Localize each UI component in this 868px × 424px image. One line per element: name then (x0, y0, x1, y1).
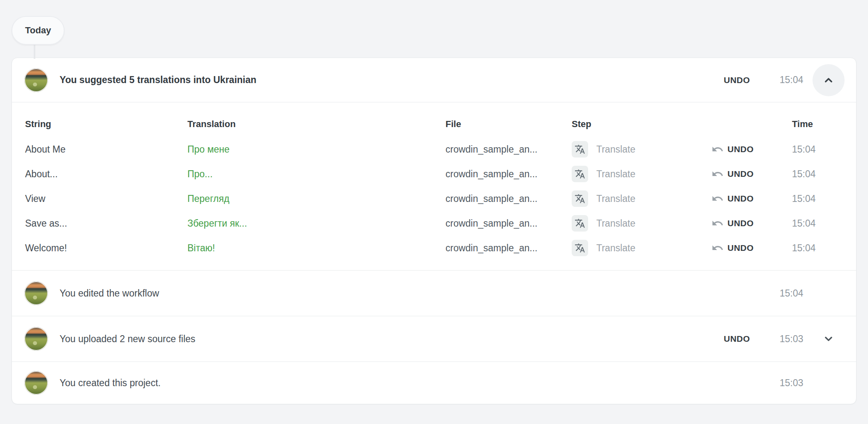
undo-icon (711, 242, 724, 254)
chevron-down-icon[interactable] (822, 332, 836, 346)
activity-row-created-project: You created this project. 15:03 (12, 362, 856, 404)
row-undo-button[interactable]: UNDO (711, 168, 780, 180)
undo-icon (711, 168, 724, 180)
undo-icon (711, 217, 724, 229)
undo-label: UNDO (727, 194, 754, 204)
undo-label: UNDO (727, 218, 754, 228)
column-header-string: String (25, 119, 187, 130)
step-label: Translate (596, 243, 635, 254)
column-header-step: Step (572, 119, 711, 130)
timeline-connector (34, 44, 35, 59)
translate-icon (575, 169, 585, 179)
translation-details-table: String Translation File Step Time About … (12, 102, 856, 270)
file-cell: crowdin_sample_an... (446, 218, 572, 229)
translate-step-icon-box (572, 166, 588, 182)
step-cell: Translate (572, 240, 711, 256)
translate-step-icon-box (572, 215, 588, 232)
translate-icon (575, 193, 585, 204)
chevron-up-icon (822, 73, 836, 87)
string-cell: Save as... (25, 218, 187, 229)
undo-button[interactable]: UNDO (724, 75, 768, 85)
activity-time: 15:04 (768, 74, 813, 86)
undo-label: UNDO (727, 243, 754, 253)
step-cell: Translate (572, 166, 711, 182)
activity-row-suggested-translations[interactable]: You suggested 5 translations into Ukrain… (12, 58, 856, 102)
table-row: Save as... Зберегти як... crowdin_sample… (12, 211, 856, 236)
translate-icon (575, 243, 585, 253)
translate-step-icon-box (572, 190, 588, 207)
time-cell: 15:04 (780, 218, 844, 229)
time-cell: 15:04 (780, 169, 844, 180)
undo-icon (711, 143, 724, 155)
row-actions: 15:03 (724, 378, 845, 389)
row-undo-button[interactable]: UNDO (711, 143, 780, 155)
translate-step-icon-box (572, 240, 588, 256)
table-row: About... Про... crowdin_sample_an... Tra… (12, 162, 856, 186)
activity-time: 15:04 (768, 288, 813, 299)
string-cell: Welcome! (25, 243, 187, 254)
file-cell: crowdin_sample_an... (446, 243, 572, 254)
string-cell: View (25, 193, 187, 204)
table-header-row: String Translation File Step Time (12, 111, 856, 137)
string-cell: About Me (25, 144, 187, 155)
activity-text: You uploaded 2 new source files (60, 334, 195, 345)
translation-cell: Зберегти як... (187, 218, 446, 229)
step-cell: Translate (572, 141, 711, 158)
activity-row-uploaded-files[interactable]: You uploaded 2 new source files UNDO 15:… (12, 316, 856, 361)
table-row: About Me Про мене crowdin_sample_an... T… (12, 137, 856, 162)
avatar (24, 327, 48, 351)
time-cell: 15:04 (780, 144, 844, 155)
activity-text: You edited the workflow (60, 288, 159, 299)
activity-row-edited-workflow: You edited the workflow 15:04 (12, 271, 856, 316)
string-cell: About... (25, 169, 187, 180)
translate-icon (575, 218, 585, 229)
undo-button[interactable]: UNDO (724, 334, 768, 344)
avatar (24, 68, 48, 92)
undo-label: UNDO (727, 144, 754, 154)
row-undo-button[interactable]: UNDO (711, 192, 780, 205)
row-actions: UNDO 15:03 (724, 332, 845, 346)
column-header-file: File (446, 119, 572, 130)
translation-cell: Вітаю! (187, 243, 446, 254)
row-undo-button[interactable]: UNDO (711, 217, 780, 229)
translate-step-icon-box (572, 141, 588, 158)
collapse-button[interactable] (813, 64, 845, 96)
translation-cell: Перегляд (187, 193, 446, 204)
row-actions: UNDO 15:04 (724, 64, 845, 96)
step-cell: Translate (572, 190, 711, 207)
file-cell: crowdin_sample_an... (446, 193, 572, 204)
step-label: Translate (596, 218, 635, 229)
column-header-time: Time (780, 119, 844, 130)
table-row: Welcome! Вітаю! crowdin_sample_an... Tra… (12, 236, 856, 260)
activity-text: You suggested 5 translations into Ukrain… (60, 74, 256, 86)
time-cell: 15:04 (780, 193, 844, 204)
step-label: Translate (596, 144, 635, 155)
translation-cell: Про мене (187, 144, 446, 155)
file-cell: crowdin_sample_an... (446, 169, 572, 180)
step-label: Translate (596, 193, 635, 204)
table-row: View Перегляд crowdin_sample_an... Trans… (12, 186, 856, 211)
avatar (24, 371, 48, 395)
date-badge-today: Today (12, 16, 65, 45)
activity-time: 15:03 (768, 334, 813, 345)
column-header-translation: Translation (187, 119, 446, 130)
row-undo-button[interactable]: UNDO (711, 242, 780, 254)
activity-card: You suggested 5 translations into Ukrain… (12, 58, 856, 404)
time-cell: 15:04 (780, 243, 844, 254)
translate-icon (575, 144, 585, 155)
activity-text: You created this project. (60, 378, 161, 389)
row-actions: 15:04 (724, 288, 845, 299)
translation-cell: Про... (187, 169, 446, 180)
activity-page: Today You suggested 5 translations into … (0, 0, 868, 424)
undo-label: UNDO (727, 169, 754, 179)
undo-icon (711, 192, 724, 205)
step-cell: Translate (572, 215, 711, 232)
activity-time: 15:03 (768, 378, 813, 389)
step-label: Translate (596, 169, 635, 180)
avatar (24, 281, 48, 305)
file-cell: crowdin_sample_an... (446, 144, 572, 155)
